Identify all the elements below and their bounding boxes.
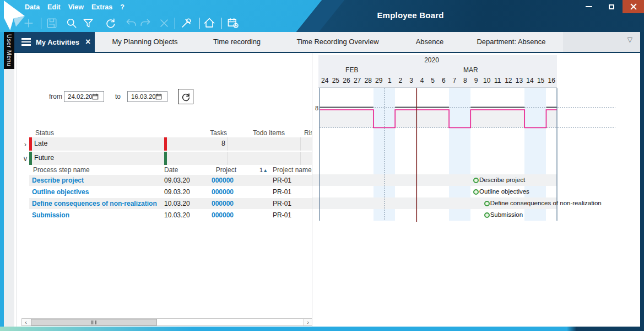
day-label: 10 [481,77,493,84]
menu-item-extras[interactable]: Extras [91,3,112,12]
project-link[interactable]: 000000 [204,188,234,196]
tools-button[interactable] [178,15,194,31]
refresh-icon [181,92,191,102]
user-menu-tab[interactable]: User Menu [4,32,14,69]
menu-item-[interactable]: ? [120,3,125,12]
process-step-link[interactable]: Submission [32,211,69,219]
scroll-right-button[interactable]: › [304,319,312,325]
col-header-date[interactable]: Date [164,166,178,174]
search-button[interactable] [64,15,79,31]
refresh-button[interactable] [102,15,118,31]
col-header-status[interactable]: Status [35,129,54,137]
from-date-field[interactable] [64,91,104,102]
window-bottom-border [0,327,644,331]
milestone-marker[interactable] [484,201,490,206]
summary-row-future[interactable]: Future [29,152,312,165]
step-date: 09.03.20 [164,177,190,184]
tab-close-icon[interactable]: × [85,38,90,46]
tab-overflow-button[interactable]: ▽ [627,36,632,44]
scrollbar-thumb[interactable] [31,319,157,325]
col-header-risks[interactable]: Ris [304,129,312,137]
calendar-clock-icon [226,17,240,30]
project-name: PR-01 [273,188,291,196]
calendar-icon [92,93,99,100]
toolbar-separator [221,18,222,29]
step-date: 10.03.20 [164,211,190,219]
hamburger-icon[interactable] [21,38,31,46]
day-label: 24 [320,77,331,84]
status-label: Future [34,154,54,162]
project-link[interactable]: 000000 [204,211,234,219]
row-expand-arrow[interactable]: ∨ [21,152,29,165]
project-link[interactable]: 000000 [204,177,234,184]
to-label: to [115,93,121,100]
calendar-clock-button[interactable] [225,15,241,31]
maximize-button[interactable] [600,0,623,13]
home-button[interactable] [202,15,217,31]
process-step-link[interactable]: Describe project [32,177,84,184]
from-date-input[interactable] [64,93,92,100]
day-label: 8 [460,77,471,84]
app-window: DataEditViewExtras? Employee Board User … [0,0,644,331]
tab-label: My Activities [36,38,79,46]
col-header-project-name[interactable]: Project name [273,166,312,174]
menu-item-data[interactable]: Data [25,3,40,12]
col-header-todo-items[interactable]: Todo items [253,129,285,137]
day-label: 1 [385,77,396,84]
milestone-marker[interactable] [484,212,490,218]
search-icon [65,17,78,30]
delete-button[interactable] [156,15,172,31]
scroll-left-button[interactable]: ‹ [22,319,30,325]
save-button[interactable] [44,15,59,31]
process-step-row[interactable]: Describe project09.03.20000000PR-01 [29,175,312,186]
process-step-row[interactable]: Outline objectives09.03.20000000PR-01 [29,186,312,197]
col-header-project[interactable]: Project [204,166,236,174]
refresh-button[interactable] [178,89,193,104]
milestone-marker[interactable] [473,189,479,195]
project-link[interactable]: 000000 [204,200,234,207]
to-date-field[interactable] [127,91,167,102]
col-header-process-step[interactable]: Process step name [33,166,90,174]
window-title: Employee Board [331,10,490,20]
process-step-link[interactable]: Outline objectives [32,188,89,196]
summary-row-late[interactable]: Late8 [29,137,312,151]
gantt-panel: 2020 FEBMAR 2425262728291234567891011121… [312,53,640,327]
col-header-tasks[interactable]: Tasks [204,129,227,137]
cell-border [300,152,301,165]
process-step-link[interactable]: Define consequences of non-realization [32,200,157,207]
minimize-button[interactable] [577,0,600,13]
tasks-count: 8 [183,140,225,147]
save-icon [45,17,58,30]
redo-button[interactable] [137,15,153,31]
milestone-label: Submission [490,211,523,218]
day-label: 3 [406,77,417,84]
day-label: 26 [341,77,352,84]
add-button[interactable] [21,15,36,31]
tab-time-recording-overview[interactable]: Time Recording Overview [296,32,378,52]
status-color-bar [164,137,167,151]
tab-absence[interactable]: Absence [416,32,444,52]
tab-department-absence[interactable]: Department: Absence [477,32,545,52]
menu-item-edit[interactable]: Edit [47,3,61,12]
sort-indicator[interactable]: 1▲ [259,167,268,173]
project-name: PR-01 [273,211,291,219]
toolbar-separator [175,18,175,29]
process-step-row[interactable]: Submission10.03.20000000PR-01 [29,210,312,221]
menu-item-view[interactable]: View [68,3,84,12]
tab-time-recording[interactable]: Time recording [213,32,261,52]
filter-button[interactable] [80,15,96,31]
window-right-border [640,32,644,327]
to-date-input[interactable] [128,93,155,100]
row-expand-arrow[interactable]: › [21,137,29,151]
month-label-mar: MAR [463,66,478,74]
window-controls [577,0,644,13]
step-date: 09.03.20 [164,188,190,196]
home-icon [203,17,216,30]
process-step-row[interactable]: Define consequences of non-realization10… [29,198,312,209]
tab-my-planning-objects[interactable]: My Planning Objects [112,32,177,52]
milestone-marker[interactable] [473,178,479,183]
day-label: 9 [470,77,481,84]
tab-my-activities[interactable]: My Activities× [14,32,95,52]
add-icon [22,17,35,30]
close-button[interactable] [623,0,644,13]
